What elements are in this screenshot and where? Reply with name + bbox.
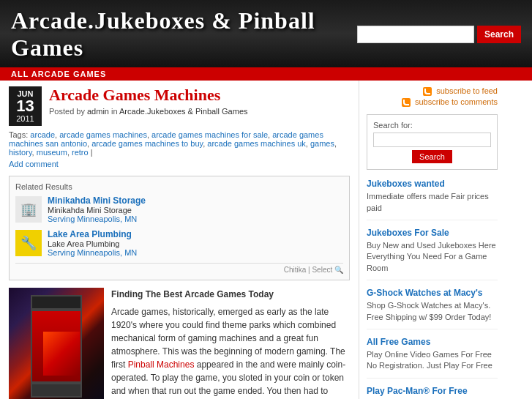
- sidebar-ad-4-title[interactable]: All Free Games: [367, 337, 498, 347]
- sidebar-ad-1: Jukeboxes wanted Immediate offers made F…: [367, 179, 498, 220]
- chitika-icon: 🔍: [334, 266, 343, 274]
- post-category-link[interactable]: Arcade.Jukeboxes & Pinball Games: [119, 107, 247, 116]
- tag-arcade-games-machines-for-sale[interactable]: arcade games machines for sale: [151, 130, 268, 139]
- ad-item-2: 🔧 Lake Area Plumbing Lake Area Plumbing …: [15, 229, 343, 257]
- date-year: 2011: [15, 114, 36, 123]
- subscribe-comments-label: subscribe to comments: [415, 97, 498, 106]
- post-author-link[interactable]: admin: [87, 107, 109, 116]
- pm-screen: [43, 332, 80, 376]
- tag-arcade-games-machines-to-buy[interactable]: arcade games machines to buy: [91, 139, 203, 148]
- pm-body: [31, 310, 82, 383]
- ad-item-2-location: Serving Minneapolis, MN: [48, 248, 137, 257]
- ad-icon-plumbing: 🔧: [15, 230, 42, 256]
- ad-block: Related Results 🏢 Minikahda Mini Storage…: [9, 176, 350, 280]
- ad-item-2-name[interactable]: Lake Area Plumbing: [48, 229, 137, 239]
- sidebar-ad-2-title[interactable]: Jukeboxes For Sale: [367, 228, 498, 238]
- sidebar-ad-5-title[interactable]: Play Pac-Man® For Free: [367, 386, 498, 396]
- sidebar-search-button[interactable]: Search: [412, 150, 452, 163]
- rss-comments-icon: [402, 98, 411, 107]
- subscribe-feed-label: subscribe to feed: [436, 86, 498, 95]
- add-comment-link[interactable]: Add comment: [9, 160, 59, 168]
- post-meta: Posted by admin in Arcade.Jukeboxes & Pi…: [49, 107, 350, 116]
- sidebar-ad-3: G-Shock Watches at Macy's Shop G-Shock W…: [367, 288, 498, 329]
- post-title-area: Arcade Games Machines Posted by admin in…: [49, 86, 350, 116]
- ad-item-1-content: Minikahda Mini Storage Minikahda Mini St…: [48, 195, 146, 223]
- ad-item-1-name[interactable]: Minikahda Mini Storage: [48, 195, 146, 206]
- chitika-text: Chitika | Select: [284, 266, 333, 274]
- post-text: Finding The Best Arcade Games Today Arca…: [111, 288, 350, 399]
- tag-retro[interactable]: retro: [72, 148, 89, 157]
- sidebar-ad-2: Jukeboxes For Sale Buy New and Used Juke…: [367, 228, 498, 280]
- content-area: Jun 13 2011 Arcade Games Machines Posted…: [0, 81, 359, 399]
- pm-top: [31, 295, 82, 310]
- article-title: Finding The Best Arcade Games Today: [111, 289, 274, 299]
- post-header: Jun 13 2011 Arcade Games Machines Posted…: [9, 86, 350, 126]
- header-search-input[interactable]: [357, 26, 474, 43]
- rss-feed-icon: [423, 87, 432, 96]
- post-content-area: Finding The Best Arcade Games Today Arca…: [9, 288, 350, 399]
- sidebar-ad-2-desc: Buy New and Used Jukeboxes Here Everythi…: [367, 241, 496, 272]
- sidebar-search-box: Search for: Search: [367, 114, 498, 170]
- tags-pipe: |: [91, 148, 93, 157]
- tag-arcade-games-machines-uk[interactable]: arcade games machines uk: [207, 139, 306, 148]
- ad-icon-storage: 🏢: [15, 196, 42, 223]
- tag-games[interactable]: games: [310, 139, 334, 148]
- tag-history[interactable]: history: [9, 148, 32, 157]
- subscribe-feed-link[interactable]: subscribe to feed: [367, 86, 498, 96]
- date-day: 13: [15, 98, 36, 114]
- ad-item-2-desc: Lake Area Plumbing: [48, 239, 119, 248]
- sidebar-ad-1-desc: Immediate offers made Fair prices paid: [367, 192, 489, 212]
- header: Arcade.Jukeboxes & Pinball Games Search: [0, 0, 532, 67]
- tag-arcade-games-machines[interactable]: arcade games machines: [59, 130, 147, 139]
- ad-block-title: Related Results: [15, 182, 343, 191]
- article-body: Arcade games, historically, emerged as e…: [111, 305, 350, 399]
- sidebar: subscribe to feed subscribe to comments …: [359, 81, 505, 399]
- ad-item-2-content: Lake Area Plumbing Lake Area Plumbing Se…: [48, 229, 137, 257]
- sidebar-ad-4-desc: Play Online Video Games For Free No Regi…: [367, 350, 492, 370]
- ad-item-1-desc: Minikahda Mini Storage: [48, 206, 132, 215]
- main-container: Jun 13 2011 Arcade Games Machines Posted…: [0, 81, 532, 399]
- tags-label: Tags:: [9, 130, 30, 139]
- post-tags: Tags: arcade, arcade games machines, arc…: [9, 130, 350, 157]
- header-search-area: Search: [357, 26, 521, 43]
- tag-museum[interactable]: museum: [37, 148, 67, 157]
- sub-header-label: ALL ARCADE GAMES: [11, 70, 106, 78]
- sidebar-ad-3-desc: Shop G-Shock Watches at Macy's. Free Shi…: [367, 301, 491, 321]
- sidebar-subscribe: subscribe to feed subscribe to comments: [367, 86, 498, 107]
- pinball-machines-link[interactable]: Pinball Machines: [128, 359, 195, 370]
- sidebar-search-input[interactable]: [373, 133, 491, 147]
- pm-controls: [31, 383, 82, 398]
- post-title: Arcade Games Machines: [49, 86, 350, 104]
- tag-arcade[interactable]: arcade: [30, 130, 55, 139]
- date-box: Jun 13 2011: [9, 86, 42, 126]
- add-comment-area: Add comment: [9, 160, 350, 168]
- sidebar-ad-4: All Free Games Play Online Video Games F…: [367, 337, 498, 379]
- sidebar-ad-3-title[interactable]: G-Shock Watches at Macy's: [367, 288, 498, 298]
- chitika-bar: Chitika | Select 🔍: [15, 263, 343, 274]
- header-search-button[interactable]: Search: [477, 26, 521, 43]
- sub-header: ALL ARCADE GAMES: [0, 67, 532, 81]
- sidebar-ad-5: Play Pac-Man® For Free Play Pac-Man® Onl…: [367, 386, 498, 399]
- pinball-machine-graphic: [27, 295, 86, 398]
- ad-item-1: 🏢 Minikahda Mini Storage Minikahda Mini …: [15, 195, 343, 223]
- ad-item-1-location: Serving Minneapolis, MN: [48, 215, 137, 223]
- sidebar-search-label: Search for:: [373, 121, 491, 130]
- sidebar-ad-1-title[interactable]: Jukeboxes wanted: [367, 179, 498, 189]
- post-image: [9, 288, 104, 399]
- subscribe-comments-link[interactable]: subscribe to comments: [367, 97, 498, 107]
- post-meta-text: Posted by admin in Arcade.Jukeboxes & Pi…: [49, 107, 248, 116]
- site-title: Arcade.Jukeboxes & Pinball Games: [11, 7, 357, 61]
